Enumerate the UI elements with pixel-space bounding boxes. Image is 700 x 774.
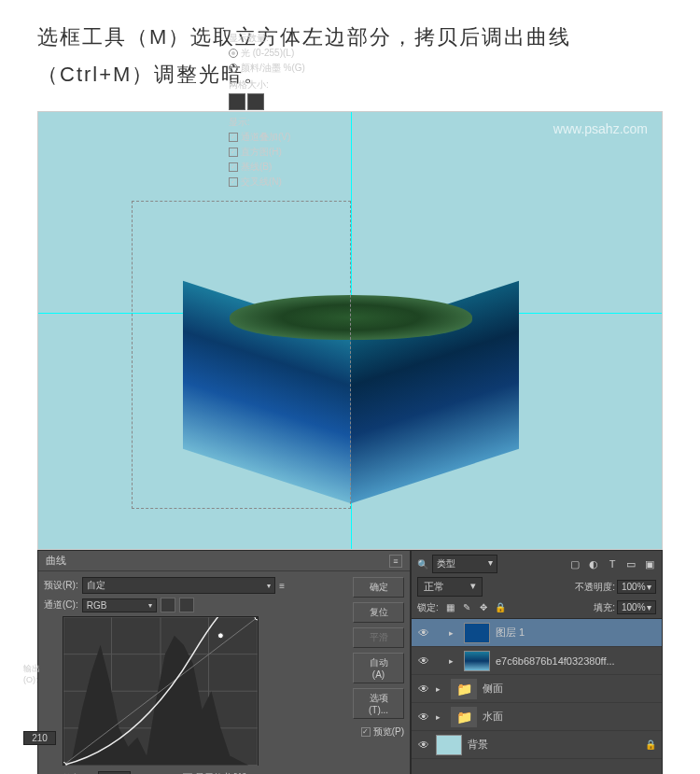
chevron-down-icon: ▾ — [647, 602, 651, 612]
lock-all-icon[interactable]: 🔒 — [495, 601, 507, 613]
output-label: 输出(O): — [23, 663, 40, 684]
grid-small-icon[interactable] — [229, 93, 245, 110]
visibility-toggle[interactable]: 👁 — [417, 626, 430, 640]
histogram — [63, 617, 258, 765]
curves-header[interactable]: 曲线 ≡ — [38, 551, 410, 571]
layer-expand-icon[interactable]: ▸ — [449, 628, 458, 638]
fill-value: 100% — [622, 602, 646, 612]
panels-area: 曲线 ≡ 预设(R): 自定 ▾ ≡ 通道(C): RGB ▾ — [37, 550, 663, 774]
type-filter-label: 类型 — [437, 557, 455, 570]
options-button[interactable]: 选项(T)... — [353, 688, 404, 719]
pigment-radio[interactable] — [229, 63, 238, 73]
layer-row[interactable]: 👁 ▸ 📁 侧面 — [412, 675, 662, 703]
layer-name[interactable]: 背景 — [468, 738, 639, 752]
layer-expand-icon[interactable]: ▸ — [449, 656, 458, 666]
display-section-label: 显示数量: — [229, 32, 331, 45]
preset-menu-icon[interactable]: ≡ — [279, 581, 285, 591]
panel-menu-icon[interactable]: ≡ — [389, 555, 402, 568]
layer-thumbnail[interactable] — [464, 651, 490, 671]
chevron-down-icon: ▾ — [488, 557, 493, 570]
curve-pencil-tool[interactable] — [179, 598, 194, 612]
intersection-checkbox[interactable] — [229, 177, 238, 187]
folder-expand-icon[interactable]: ▸ — [436, 684, 445, 694]
filter-text-icon[interactable]: T — [606, 557, 619, 570]
curves-title: 曲线 — [46, 554, 389, 568]
lock-icon: 🔒 — [645, 739, 656, 750]
blend-mode-value: 正常 — [424, 580, 444, 594]
pigment-label: 颜料/油墨 %(G) — [241, 62, 305, 75]
preview-checkbox[interactable] — [361, 727, 371, 737]
preview-label: 预览(P) — [373, 725, 404, 739]
opacity-value: 100% — [622, 582, 646, 592]
preset-dropdown[interactable]: 自定 ▾ — [82, 577, 275, 594]
layer-name[interactable]: e7c6b6876b14f032380ff... — [496, 655, 656, 667]
visibility-toggle[interactable]: 👁 — [417, 711, 430, 724]
channel-overlay-checkbox[interactable] — [229, 133, 238, 142]
canvas-area[interactable]: www.psahz.com — [37, 111, 663, 550]
smooth-button[interactable]: 平滑 — [353, 627, 404, 648]
grid-label: 网格大小: — [229, 78, 331, 91]
channel-dropdown[interactable]: RGB ▾ — [82, 598, 157, 612]
folder-icon: 📁 — [451, 707, 477, 727]
blend-mode-dropdown[interactable]: 正常 ▾ — [417, 577, 483, 597]
lock-position-icon[interactable]: ✥ — [478, 601, 490, 613]
watermark: www.psahz.com — [553, 121, 648, 136]
filter-image-icon[interactable]: ▢ — [568, 557, 581, 570]
ok-button[interactable]: 确定 — [353, 577, 404, 598]
preset-label: 预设(R): — [44, 579, 78, 592]
layer-name[interactable]: 图层 1 — [496, 626, 656, 640]
curve-draw-tool[interactable] — [161, 598, 175, 612]
folder-icon: 📁 — [451, 679, 477, 699]
visibility-toggle[interactable]: 👁 — [417, 654, 430, 668]
fill-input[interactable]: 100% ▾ — [617, 600, 656, 614]
grid-large-icon[interactable] — [247, 93, 264, 110]
filter-smart-icon[interactable]: ▣ — [643, 557, 656, 570]
histogram-checkbox[interactable] — [229, 148, 238, 157]
channel-label: 通道(C): — [44, 598, 78, 612]
baseline-label: 基线(B) — [241, 161, 272, 174]
layer-thumbnail[interactable] — [464, 623, 490, 643]
visibility-toggle[interactable]: 👁 — [417, 739, 430, 752]
fill-label: 填充: — [594, 601, 615, 614]
type-filter-dropdown[interactable]: 类型 ▾ — [432, 555, 497, 573]
opacity-input[interactable]: 100% ▾ — [617, 580, 656, 594]
svg-point-9 — [217, 633, 223, 639]
layers-list: 👁 ▸ 图层 1 👁 ▸ e7c6b6876b14f032380ff... 👁 … — [412, 619, 662, 759]
show-label: 显示: — [229, 116, 331, 129]
chevron-down-icon: ▾ — [267, 582, 271, 590]
opacity-label: 不透明度: — [575, 581, 615, 594]
output-input[interactable]: 210 — [23, 731, 56, 745]
layer-thumbnail[interactable] — [436, 735, 462, 755]
instruction-text: 选框工具（M）选取立方体左边部分，拷贝后调出曲线（Ctrl+M）调整光暗。 — [0, 0, 700, 111]
layers-panel: 🔍 类型 ▾ ▢ ◐ T ▭ ▣ 正常 ▾ — [411, 550, 663, 774]
layer-row[interactable]: 👁 ▸ 📁 水面 — [412, 703, 662, 731]
curves-graph[interactable] — [63, 616, 259, 766]
lock-pixels-icon[interactable]: ✎ — [461, 601, 473, 613]
layer-row[interactable]: 👁 ▸ 图层 1 — [412, 619, 662, 647]
layer-row[interactable]: 👁 背景 🔒 — [412, 731, 662, 759]
filter-adjust-icon[interactable]: ◐ — [587, 557, 600, 570]
light-label: 光 (0-255)(L) — [241, 47, 294, 60]
chevron-down-icon: ▾ — [148, 601, 152, 610]
light-radio[interactable] — [229, 49, 238, 58]
marquee-selection[interactable] — [132, 201, 351, 509]
lock-label: 锁定: — [417, 601, 439, 614]
cancel-button[interactable]: 复位 — [353, 602, 404, 623]
histogram-label: 直方图(H) — [241, 146, 282, 159]
curves-panel: 曲线 ≡ 预设(R): 自定 ▾ ≡ 通道(C): RGB ▾ — [37, 550, 411, 774]
layer-name[interactable]: 侧面 — [483, 682, 656, 696]
baseline-checkbox[interactable] — [229, 162, 238, 172]
folder-expand-icon[interactable]: ▸ — [436, 712, 445, 722]
filter-shape-icon[interactable]: ▭ — [624, 557, 637, 570]
visibility-toggle[interactable]: 👁 — [417, 683, 430, 696]
channel-value: RGB — [87, 600, 107, 611]
search-icon: 🔍 — [417, 559, 428, 570]
chevron-down-icon: ▾ — [470, 580, 476, 594]
lock-transparent-icon[interactable]: ▦ — [444, 601, 456, 613]
chevron-down-icon: ▾ — [647, 582, 651, 592]
layer-row[interactable]: 👁 ▸ e7c6b6876b14f032380ff... — [412, 647, 662, 675]
auto-button[interactable]: 自动(A) — [353, 653, 404, 683]
layer-name[interactable]: 水面 — [483, 710, 656, 724]
intersection-label: 交叉线(N) — [241, 176, 282, 189]
preset-value: 自定 — [87, 579, 105, 592]
